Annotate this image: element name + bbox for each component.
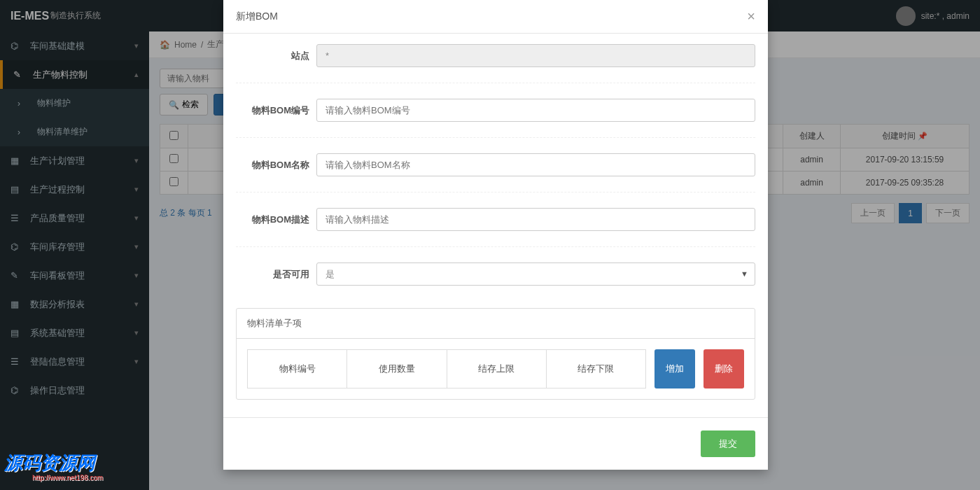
add-bom-modal: 新增BOM × 站点 物料BOM编号 物料BOM名称 物料BOM描述 是否可用 …: [223, 0, 768, 470]
close-icon[interactable]: ×: [747, 8, 755, 24]
add-item-button[interactable]: 增加: [654, 349, 695, 388]
bom-items-panel: 物料清单子项 物料编号 使用数量 结存上限 结存下限 增加 删除: [236, 308, 755, 400]
label-bom-no: 物料BOM编号: [236, 99, 316, 117]
bom-desc-field[interactable]: [316, 208, 755, 231]
site-field: [316, 44, 755, 67]
submit-button[interactable]: 提交: [701, 430, 755, 457]
usable-select[interactable]: 是: [316, 262, 755, 286]
label-site: 站点: [236, 44, 316, 62]
label-bom-name: 物料BOM名称: [236, 153, 316, 172]
modal-header: 新增BOM ×: [223, 0, 768, 34]
modal-footer: 提交: [223, 417, 768, 470]
col-item-no: 物料编号: [248, 350, 347, 388]
bom-name-field[interactable]: [316, 153, 755, 176]
sub-panel-title: 物料清单子项: [237, 309, 755, 339]
bom-items-table: 物料编号 使用数量 结存上限 结存下限: [247, 349, 646, 388]
col-stock-upper: 结存上限: [447, 350, 547, 388]
label-usable: 是否可用: [236, 262, 316, 281]
modal-body: 站点 物料BOM编号 物料BOM名称 物料BOM描述 是否可用 是 ▼ 物料清单…: [223, 34, 768, 417]
col-use-qty: 使用数量: [347, 350, 447, 388]
label-bom-desc: 物料BOM描述: [236, 208, 316, 226]
watermark: 源码资源网 http://www.net198.com: [4, 454, 103, 482]
delete-item-button[interactable]: 删除: [704, 349, 744, 388]
modal-title: 新增BOM: [236, 10, 278, 23]
col-stock-lower: 结存下限: [547, 350, 645, 388]
bom-no-field[interactable]: [316, 99, 755, 122]
